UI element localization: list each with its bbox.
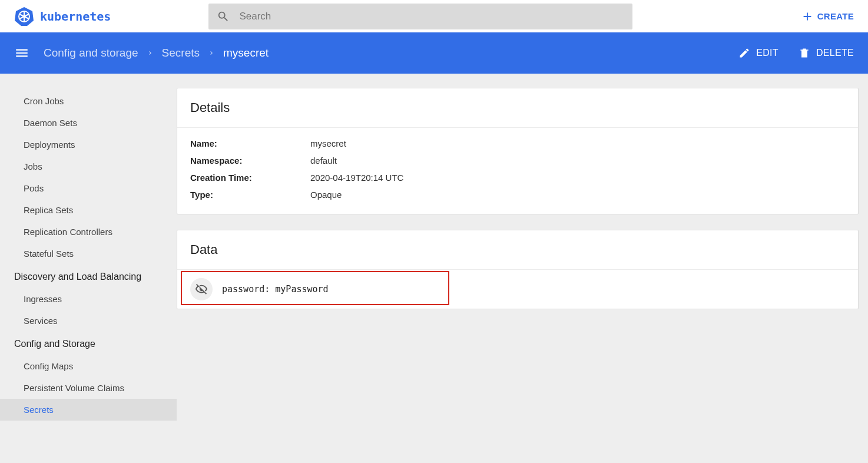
sidebar-group-config[interactable]: Config and Storage [0, 332, 177, 355]
details-label: Creation Time: [190, 173, 310, 183]
sidebar-item-pvc[interactable]: Persistent Volume Claims [0, 377, 177, 399]
details-label: Namespace: [190, 156, 310, 166]
crumb-current: mysecret [223, 47, 269, 59]
sidebar-item-secrets[interactable]: Secrets [0, 399, 177, 421]
chevron-right-icon [147, 49, 154, 57]
details-label: Type: [190, 190, 310, 200]
search-icon [217, 10, 230, 23]
delete-button[interactable]: DELETE [799, 47, 854, 59]
sidebar-item-stateful-sets[interactable]: Stateful Sets [0, 243, 177, 264]
search-box[interactable] [208, 4, 632, 29]
toggle-visibility-button[interactable] [190, 278, 213, 300]
main-panel: Details Name: mysecret Namespace: defaul… [177, 74, 868, 463]
edit-label: EDIT [756, 48, 778, 58]
sidebar-item-deployments[interactable]: Deployments [0, 134, 177, 156]
breadcrumb: Config and storage Secrets mysecret [44, 47, 269, 59]
details-value: mysecret [310, 138, 346, 148]
data-title: Data [177, 230, 858, 270]
details-value: Opaque [310, 190, 342, 200]
data-row: password: myPassword [177, 270, 858, 309]
sidebar-item-jobs[interactable]: Jobs [0, 156, 177, 177]
pencil-icon [738, 47, 750, 59]
data-key: password: [222, 284, 270, 295]
sidebar-item-cron-jobs[interactable]: Cron Jobs [0, 90, 177, 112]
plus-icon [801, 10, 814, 23]
sidebar-item-replica-sets[interactable]: Replica Sets [0, 199, 177, 221]
kubernetes-logo-icon [14, 6, 34, 27]
details-row-namespace: Namespace: default [190, 152, 845, 169]
sidebar-item-services[interactable]: Services [0, 310, 177, 332]
brand-text: kubernetes [40, 9, 111, 24]
data-kv: password: myPassword [222, 284, 329, 295]
create-button[interactable]: CREATE [801, 10, 854, 23]
sidebar: Cron Jobs Daemon Sets Deployments Jobs P… [0, 74, 177, 463]
sidebar-item-replication-controllers[interactable]: Replication Controllers [0, 221, 177, 243]
hamburger-menu-icon[interactable] [14, 45, 29, 61]
edit-button[interactable]: EDIT [738, 47, 778, 59]
delete-label: DELETE [816, 48, 854, 58]
topbar: kubernetes CREATE [0, 0, 868, 32]
details-label: Name: [190, 138, 310, 148]
details-row-creation-time: Creation Time: 2020-04-19T20:14 UTC [190, 169, 845, 186]
details-row-name: Name: mysecret [190, 135, 845, 152]
sidebar-item-config-maps[interactable]: Config Maps [0, 355, 177, 377]
crumb-secrets[interactable]: Secrets [162, 47, 200, 59]
details-value: 2020-04-19T20:14 UTC [310, 173, 403, 183]
trash-icon [799, 47, 810, 59]
logo[interactable]: kubernetes [14, 6, 111, 27]
details-card: Details Name: mysecret Namespace: defaul… [177, 88, 859, 214]
details-row-type: Type: Opaque [190, 186, 845, 203]
sidebar-item-ingresses[interactable]: Ingresses [0, 288, 177, 310]
data-value: myPassword [275, 284, 328, 295]
crumb-config-storage[interactable]: Config and storage [44, 47, 138, 59]
sidebar-item-pods[interactable]: Pods [0, 177, 177, 199]
eye-off-icon [195, 283, 208, 296]
create-label: CREATE [817, 11, 854, 21]
chevron-right-icon [208, 49, 215, 57]
details-value: default [310, 156, 337, 166]
sidebar-item-daemon-sets[interactable]: Daemon Sets [0, 112, 177, 134]
data-card: Data password: myPassword [177, 230, 859, 309]
sidebar-group-discovery[interactable]: Discovery and Load Balancing [0, 264, 177, 288]
details-title: Details [177, 88, 858, 128]
search-input[interactable] [239, 11, 624, 22]
bluebar: Config and storage Secrets mysecret EDIT… [0, 32, 868, 74]
